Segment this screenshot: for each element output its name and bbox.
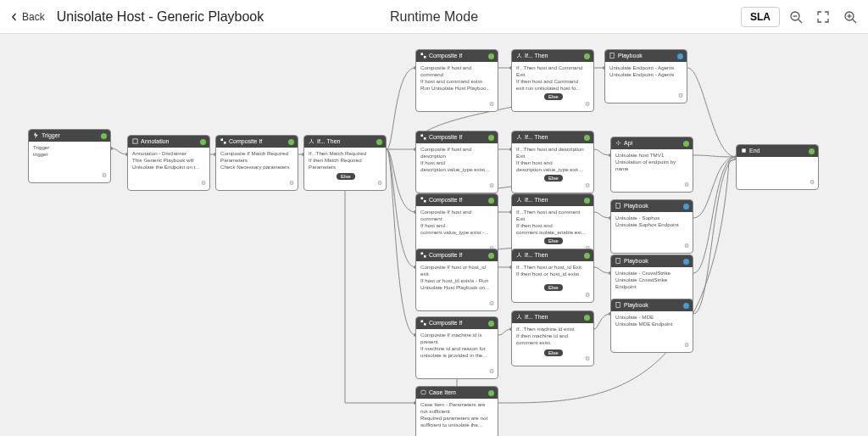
node-playE[interactable]: Playbook Unisolate - MDEUnisolate MDE En…	[610, 299, 693, 353]
status-dot	[683, 204, 689, 210]
node-line: If...Then host or host_id Exit	[516, 264, 589, 271]
zoom-out-icon	[789, 10, 803, 24]
playbook-canvas[interactable]: Trigger Triggertrigger ⚙ Annotation Anno…	[0, 34, 868, 436]
node-ifB[interactable]: If... Then If...Then host and descriptio…	[511, 131, 594, 193]
gear-icon[interactable]: ⚙	[489, 368, 494, 374]
node-line: If...Then host and description	[516, 146, 589, 153]
svg-rect-31	[224, 142, 226, 144]
node-line: If then host and	[516, 222, 589, 229]
node-annotation[interactable]: Annotation Annotation - DisclaimerThis G…	[127, 135, 210, 191]
fit-screen-button[interactable]	[812, 6, 834, 28]
status-dot	[677, 53, 683, 59]
node-type: Composite If	[429, 197, 462, 204]
node-compC[interactable]: Composite If Composite If host andcommen…	[415, 193, 498, 256]
playbook-icon	[615, 258, 621, 264]
gear-icon[interactable]: ⚙	[489, 300, 494, 306]
gear-icon[interactable]: ⚙	[489, 101, 494, 107]
node-line: description.value_type exist...	[420, 166, 493, 173]
node-line: Unisolate Sophos Endpoint	[615, 221, 688, 228]
status-dot	[200, 139, 206, 145]
node-line: If host and	[420, 222, 493, 229]
node-playC[interactable]: Playbook Unisolate - SophosUnisolate Sop…	[610, 199, 693, 254]
node-ifA[interactable]: If... Then If...Then host and CommandExi…	[511, 49, 594, 112]
node-line: comment	[420, 215, 493, 222]
gear-icon[interactable]: ⚙	[684, 342, 689, 348]
gear-icon[interactable]: ⚙	[585, 182, 590, 188]
zoom-in-button[interactable]	[839, 6, 861, 28]
node-line: Composite If host or host_id	[420, 264, 493, 271]
node-type: Annotation	[141, 138, 169, 145]
node-compA[interactable]: Composite If Composite If host andcomman…	[415, 49, 498, 112]
composite-icon	[420, 53, 426, 59]
node-line: not sufficient	[420, 408, 493, 415]
end-icon	[741, 148, 747, 154]
node-case[interactable]: Case Item Case Item - Parameters arenot …	[415, 386, 498, 436]
else-pill: Else	[544, 284, 563, 291]
status-dot	[376, 139, 382, 145]
gear-icon[interactable]: ⚙	[201, 180, 206, 186]
zoom-out-button[interactable]	[785, 6, 807, 28]
node-compD[interactable]: Composite If Composite If host or host_i…	[415, 249, 498, 311]
node-type: If... Then	[525, 53, 548, 59]
status-dot	[488, 390, 494, 396]
node-ifC[interactable]: If... Then If...Then host and commentExi…	[511, 193, 594, 256]
status-dot	[488, 321, 494, 327]
node-line: If...Then Match Required	[309, 150, 381, 157]
node-type: If... Then	[525, 197, 548, 204]
node-ifD[interactable]: If... Then If...Then host or host_id Exi…	[511, 249, 594, 303]
svg-line-4	[853, 20, 856, 23]
node-compE[interactable]: Composite If Composite If machine id isp…	[415, 316, 498, 379]
branch-icon	[309, 138, 314, 144]
node-line: unisolate is provided in the...	[420, 352, 493, 359]
playbook-icon	[615, 203, 621, 209]
node-line: Composite If host and	[420, 146, 493, 153]
gear-icon[interactable]: ⚙	[585, 292, 590, 298]
svg-rect-44	[424, 323, 426, 326]
node-line: Composite If host and	[420, 209, 493, 215]
node-line: If host or host_id exists - Run	[420, 277, 493, 284]
gear-icon[interactable]: ⚙	[489, 182, 494, 188]
gear-icon[interactable]: ⚙	[585, 355, 590, 361]
status-dot	[488, 253, 494, 259]
svg-rect-29	[133, 139, 137, 143]
gear-icon[interactable]: ⚙	[377, 180, 382, 186]
gear-icon[interactable]: ⚙	[684, 243, 689, 249]
node-end[interactable]: End ⚙	[736, 144, 819, 190]
node-type: End	[749, 148, 760, 154]
status-dot	[683, 303, 689, 309]
else-pill: Else	[337, 173, 355, 180]
gear-icon[interactable]: ⚙	[684, 182, 689, 187]
node-line: Composite If machine id is	[420, 332, 493, 338]
gear-icon[interactable]: ⚙	[102, 172, 107, 178]
node-line: Unisolate host TMV1	[615, 152, 688, 159]
node-line: This Generic Playbook will	[132, 157, 205, 164]
node-compB[interactable]: Composite If Composite If host anddescri…	[415, 131, 498, 193]
else-pill: Else	[544, 93, 563, 100]
page-title: Unisolate Host - Generic Playbook	[57, 9, 264, 25]
gear-icon[interactable]: ⚙	[585, 101, 590, 107]
node-line: Unisolate the Endpoint on t...	[132, 164, 205, 170]
status-dot	[488, 198, 494, 204]
node-type: If... Then	[525, 314, 548, 321]
node-type: Composite If	[429, 320, 462, 327]
playbook-icon	[615, 302, 621, 308]
svg-rect-43	[420, 321, 423, 323]
gear-icon[interactable]: ⚙	[289, 180, 294, 186]
mode-label: Runtime Mode	[390, 9, 478, 25]
playbook-icon	[609, 53, 615, 59]
back-button[interactable]: Back	[7, 8, 48, 26]
node-apiB[interactable]: Api Unisolate host TMV1Unisolation of en…	[610, 137, 693, 193]
node-trigger[interactable]: Trigger Triggertrigger ⚙	[28, 129, 111, 183]
node-type: Composite If	[429, 53, 462, 59]
gear-icon[interactable]: ⚙	[678, 92, 683, 98]
node-comp0[interactable]: Composite If Composite If Match Required…	[215, 135, 298, 191]
node-if0[interactable]: If... Then If...Then Match RequiredIf th…	[303, 135, 387, 191]
gear-icon[interactable]: ⚙	[810, 179, 815, 185]
node-line: Unisolate - MDE	[615, 314, 688, 321]
sla-button[interactable]: SLA	[741, 7, 780, 27]
status-dot	[683, 141, 689, 147]
svg-rect-30	[220, 139, 223, 142]
node-playA[interactable]: Playbook Unisolate Endpoint - AgentsUnis…	[604, 49, 687, 103]
node-line: Trigger	[33, 144, 106, 151]
node-ifE[interactable]: If... Then If...Then machine id existIf …	[511, 310, 594, 366]
